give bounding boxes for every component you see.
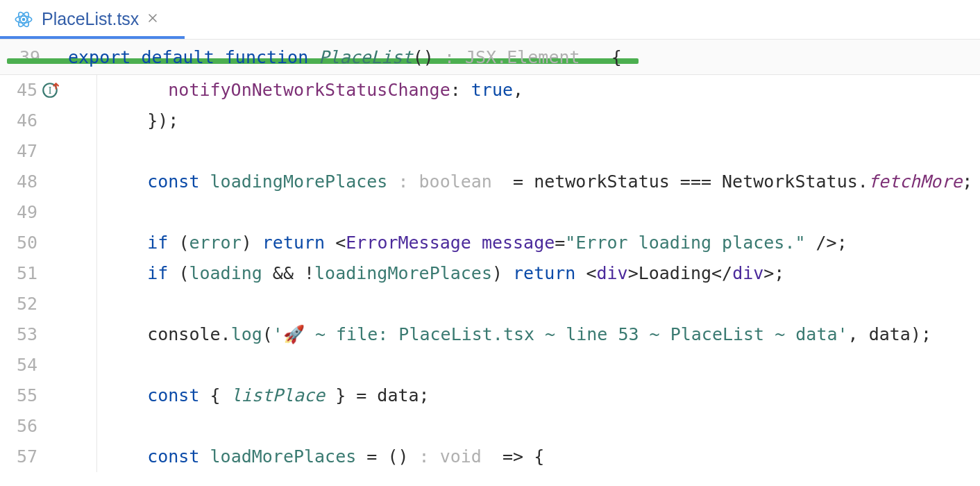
fold-strip [69,319,97,350]
gutter-extra [40,289,69,319]
code-content[interactable]: notifyOnNetworkStatusChange: true, [97,75,523,106]
gutter-extra [40,350,69,380]
line-number: 55 [0,380,40,411]
code-content[interactable]: const { listPlace } = data; [97,380,430,411]
sticky-code: export default function PlaceList() : JS… [44,47,622,67]
code-line[interactable]: 56 [0,411,980,442]
tab-bar: PlaceList.tsx [0,0,980,39]
fold-strip [69,106,97,136]
line-number: 54 [0,350,40,380]
line-number: 49 [0,197,40,228]
gutter-extra [40,411,69,442]
code-content[interactable]: console.log('🚀 ~ file: PlaceList.tsx ~ l… [97,319,931,350]
svg-point-0 [22,17,26,21]
fold-strip [69,167,97,197]
fold-strip [69,289,97,319]
gutter-extra [40,167,69,197]
code-line[interactable]: 48 const loadingMorePlaces : boolean = n… [0,167,980,197]
svg-text:I: I [49,85,52,96]
code-content[interactable] [97,411,105,442]
gutter-extra [40,136,69,167]
fold-strip [69,380,97,411]
gutter-extra [40,319,69,350]
gutter-extra [40,258,69,289]
line-number: 45 [0,75,40,106]
fold-strip [69,442,97,472]
line-number: 52 [0,289,40,319]
code-content[interactable] [97,350,105,380]
sticky-line-number: 39 [0,47,44,67]
line-number: 50 [0,228,40,258]
close-icon[interactable] [147,12,161,26]
tab-label: PlaceList.tsx [42,9,139,29]
code-line[interactable]: 47 [0,136,980,167]
code-line[interactable]: 57 const loadMorePlaces = () : void => { [0,442,980,472]
code-line[interactable]: 45I notifyOnNetworkStatusChange: true, [0,75,980,106]
code-content[interactable]: if (error) return <ErrorMessage message=… [97,228,847,258]
gutter-extra [40,197,69,228]
line-number: 56 [0,411,40,442]
fold-strip [69,197,97,228]
gutter-extra [40,228,69,258]
sticky-function-header[interactable]: 39 export default function PlaceList() :… [0,39,980,75]
code-line[interactable]: 51 if (loading && !loadingMorePlaces) re… [0,258,980,289]
line-number: 57 [0,442,40,472]
fold-strip [69,136,97,167]
code-line[interactable]: 50 if (error) return <ErrorMessage messa… [0,228,980,258]
code-content[interactable] [97,289,105,319]
code-content[interactable]: }); [97,106,178,136]
usage-up-icon[interactable]: I [40,81,60,100]
line-number: 46 [0,106,40,136]
fold-strip [69,411,97,442]
code-line[interactable]: 52 [0,289,980,319]
line-number: 51 [0,258,40,289]
line-number: 48 [0,167,40,197]
fold-strip [69,350,97,380]
code-content[interactable]: const loadMorePlaces = () : void => { [97,442,544,472]
code-line[interactable]: 55 const { listPlace } = data; [0,380,980,411]
gutter-extra [40,380,69,411]
line-number: 47 [0,136,40,167]
fold-strip [69,228,97,258]
code-content[interactable] [97,136,105,167]
fold-strip [69,258,97,289]
code-line[interactable]: 53 console.log('🚀 ~ file: PlaceList.tsx … [0,319,980,350]
fold-strip [69,75,97,106]
editor-body[interactable]: 45I notifyOnNetworkStatusChange: true,46… [0,75,980,472]
code-line[interactable]: 46 }); [0,106,980,136]
code-content[interactable]: if (loading && !loadingMorePlaces) retur… [97,258,784,289]
code-content[interactable] [97,197,105,228]
code-line[interactable]: 49 [0,197,980,228]
code-content[interactable]: const loadingMorePlaces : boolean = netw… [97,167,972,197]
gutter-extra: I [40,75,69,106]
react-file-icon [14,10,33,29]
gutter-extra [40,442,69,472]
tab-placelist[interactable]: PlaceList.tsx [0,0,174,38]
gutter-extra [40,106,69,136]
line-number: 53 [0,319,40,350]
code-line[interactable]: 54 [0,350,980,380]
